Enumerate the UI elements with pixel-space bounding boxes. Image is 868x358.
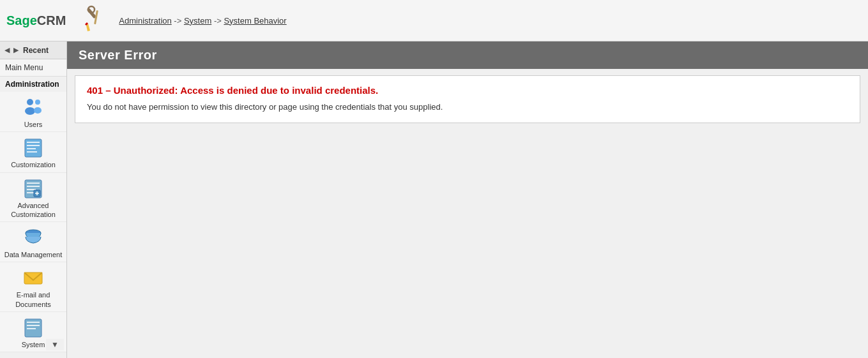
svg-rect-26 xyxy=(27,325,40,326)
svg-point-7 xyxy=(35,100,40,105)
layout: ◀ ▶ Recent Main Menu Administration User… xyxy=(0,41,868,358)
tools-icon xyxy=(79,5,109,36)
error-description: You do not have permission to view this … xyxy=(87,101,848,114)
svg-rect-11 xyxy=(27,145,40,146)
email-docs-icon xyxy=(22,266,45,289)
svg-point-8 xyxy=(34,107,42,114)
main-content: Server Error 401 – Unauthorized: Access … xyxy=(67,41,868,358)
logo-crm: CRM xyxy=(37,13,66,27)
breadcrumb: Administration -> System -> System Behav… xyxy=(119,16,286,26)
server-error-header: Server Error xyxy=(67,41,868,69)
sidebar-item-customization-label: Customization xyxy=(11,160,56,169)
recent-next-button[interactable]: ▶ xyxy=(11,45,20,56)
top-bar: SageCRM Administration -> System -> Syst… xyxy=(0,0,868,41)
sidebar-item-customization[interactable]: Customization xyxy=(0,132,66,172)
svg-rect-13 xyxy=(27,151,37,153)
recent-bar: ◀ ▶ Recent xyxy=(0,41,66,59)
error-box: 401 – Unauthorized: Access is denied due… xyxy=(75,75,860,123)
system-icon xyxy=(22,316,45,339)
sidebar-item-users-label: Users xyxy=(24,120,43,129)
svg-rect-10 xyxy=(27,142,40,143)
sidebar-item-system[interactable]: System ▼ xyxy=(0,312,66,352)
sidebar-item-data-management-label: Data Management xyxy=(4,250,63,259)
logo-sage: Sage xyxy=(6,13,37,27)
sidebar-scroll-down[interactable]: ▼ xyxy=(46,339,64,350)
sidebar-item-email-docs-label: E-mail and Documents xyxy=(3,290,64,309)
recent-label: Recent xyxy=(23,46,49,55)
error-title: 401 – Unauthorized: Access is denied due… xyxy=(87,85,848,96)
scroll-down-icon: ▼ xyxy=(51,340,59,349)
users-icon xyxy=(22,96,45,119)
svg-point-6 xyxy=(25,107,35,115)
sidebar-item-system-label: System xyxy=(22,340,45,349)
breadcrumb-sep1: -> xyxy=(174,16,184,26)
sidebar-item-email-and-documents[interactable]: E-mail and Documents xyxy=(0,262,66,312)
data-management-icon xyxy=(22,226,45,249)
sidebar: ◀ ▶ Recent Main Menu Administration User… xyxy=(0,41,67,358)
svg-rect-25 xyxy=(27,322,40,323)
sidebar-item-advanced-customization[interactable]: Advanced Customization xyxy=(0,173,66,223)
svg-rect-16 xyxy=(27,186,40,187)
main-menu-link[interactable]: Main Menu xyxy=(0,59,66,77)
breadcrumb-admin[interactable]: Administration xyxy=(119,16,171,26)
svg-rect-27 xyxy=(27,328,36,329)
sidebar-item-users[interactable]: Users xyxy=(0,92,66,132)
adv-customization-icon xyxy=(22,177,45,200)
sidebar-item-advanced-customization-label: Advanced Customization xyxy=(3,201,64,220)
sidebar-item-data-management[interactable]: Data Management xyxy=(0,222,66,262)
recent-prev-button[interactable]: ◀ xyxy=(3,45,11,56)
breadcrumb-sep2: -> xyxy=(214,16,224,26)
svg-rect-12 xyxy=(27,148,36,149)
svg-rect-15 xyxy=(27,183,40,184)
app-logo: SageCRM xyxy=(6,13,66,28)
breadcrumb-system[interactable]: System xyxy=(184,16,211,26)
admin-section-label: Administration xyxy=(0,77,66,92)
customization-icon xyxy=(22,136,45,159)
breadcrumb-system-behavior[interactable]: System Behavior xyxy=(224,16,286,26)
svg-point-5 xyxy=(27,99,33,105)
